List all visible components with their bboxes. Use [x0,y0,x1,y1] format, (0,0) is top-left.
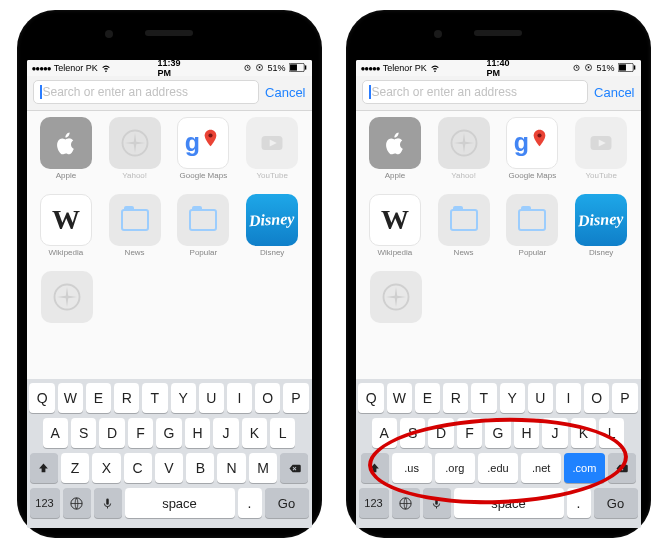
alarm-icon [572,63,581,74]
key-z[interactable]: Z [61,453,89,483]
key-q[interactable]: Q [29,383,54,413]
carrier-label: Telenor PK [54,63,98,73]
bookmark-disney[interactable]: Disney Disney [574,194,629,265]
go-key[interactable]: Go [594,488,638,518]
bookmark-news[interactable]: News [436,194,491,265]
key-k[interactable]: K [242,418,267,448]
key-q[interactable]: Q [358,383,383,413]
bookmark-popular[interactable]: Popular [505,194,560,265]
bookmark-news[interactable]: News [107,194,162,265]
key-j[interactable]: J [213,418,238,448]
mic-key[interactable] [423,488,451,518]
key-e[interactable]: E [86,383,111,413]
folder-icon [438,194,490,246]
key-v[interactable]: V [155,453,183,483]
globe-key[interactable] [392,488,420,518]
key-s[interactable]: S [71,418,96,448]
go-key[interactable]: Go [265,488,309,518]
key-t[interactable]: T [471,383,496,413]
key-row-2: A S D F G H J K L [30,418,309,448]
bookmark-youtube[interactable]: YouTube [245,117,300,188]
globe-key[interactable] [63,488,91,518]
key-b[interactable]: B [186,453,214,483]
key-a[interactable]: A [43,418,68,448]
backspace-key[interactable] [280,453,308,483]
key-d[interactable]: D [99,418,124,448]
bookmark-disney[interactable]: Disney Disney [245,194,300,265]
key-l[interactable]: L [270,418,295,448]
bookmark-yahoo[interactable]: Yahoo! [436,117,491,188]
tld-us[interactable]: .us [392,453,432,483]
cancel-button[interactable]: Cancel [594,85,634,100]
key-t[interactable]: T [142,383,167,413]
apple-icon [40,117,92,169]
bookmark-google-maps[interactable]: g Google Maps [505,117,560,188]
key-h[interactable]: H [185,418,210,448]
period-key[interactable]: . [238,488,262,518]
numbers-key[interactable]: 123 [30,488,60,518]
tld-edu[interactable]: .edu [478,453,518,483]
key-w[interactable]: W [387,383,412,413]
key-p[interactable]: P [283,383,308,413]
bookmark-blank[interactable] [39,271,95,342]
key-r[interactable]: R [114,383,139,413]
mic-key[interactable] [94,488,122,518]
period-key[interactable]: . [567,488,591,518]
key-g[interactable]: G [485,418,510,448]
key-n[interactable]: N [217,453,245,483]
key-d[interactable]: D [428,418,453,448]
key-j[interactable]: J [542,418,567,448]
key-e[interactable]: E [415,383,440,413]
bookmark-apple[interactable]: Apple [368,117,423,188]
iphone-frame-right: ●●●●● Telenor PK 11:40 PM 51% [346,10,651,538]
bookmark-wikipedia[interactable]: W Wikipedia [39,194,94,265]
shift-key[interactable] [30,453,58,483]
google-maps-icon: g [506,117,558,169]
bookmark-wikipedia[interactable]: W Wikipedia [368,194,423,265]
key-i[interactable]: I [227,383,252,413]
key-s[interactable]: S [400,418,425,448]
tld-com[interactable]: .com [564,453,604,483]
compass-icon [109,117,161,169]
bookmark-google-maps[interactable]: g Google Maps [176,117,231,188]
key-h[interactable]: H [514,418,539,448]
key-u[interactable]: U [199,383,224,413]
key-p[interactable]: P [612,383,637,413]
key-y[interactable]: Y [500,383,525,413]
bookmark-blank[interactable] [368,271,424,342]
key-u[interactable]: U [528,383,553,413]
key-f[interactable]: F [128,418,153,448]
key-o[interactable]: O [584,383,609,413]
key-l[interactable]: L [599,418,624,448]
bookmark-yahoo[interactable]: Yahoo! [107,117,162,188]
key-w[interactable]: W [58,383,83,413]
space-key[interactable]: space [125,488,235,518]
key-c[interactable]: C [124,453,152,483]
svg-text:g: g [185,128,200,156]
address-input[interactable]: Search or enter an address [362,80,589,104]
battery-icon [618,63,636,74]
space-key[interactable]: space [454,488,564,518]
shift-key[interactable] [361,453,389,483]
tld-net[interactable]: .net [521,453,561,483]
svg-rect-12 [106,498,109,504]
key-m[interactable]: M [249,453,277,483]
bookmark-youtube[interactable]: YouTube [574,117,629,188]
tld-org[interactable]: .org [435,453,475,483]
alarm-icon [243,63,252,74]
key-i[interactable]: I [556,383,581,413]
bookmark-apple[interactable]: Apple [39,117,94,188]
key-g[interactable]: G [156,418,181,448]
key-y[interactable]: Y [171,383,196,413]
key-a[interactable]: A [372,418,397,448]
backspace-key[interactable] [608,453,636,483]
bookmark-popular[interactable]: Popular [176,194,231,265]
key-f[interactable]: F [457,418,482,448]
key-r[interactable]: R [443,383,468,413]
key-o[interactable]: O [255,383,280,413]
numbers-key[interactable]: 123 [359,488,389,518]
cancel-button[interactable]: Cancel [265,85,305,100]
key-x[interactable]: X [92,453,120,483]
key-k[interactable]: K [571,418,596,448]
address-input[interactable]: Search or enter an address [33,80,260,104]
